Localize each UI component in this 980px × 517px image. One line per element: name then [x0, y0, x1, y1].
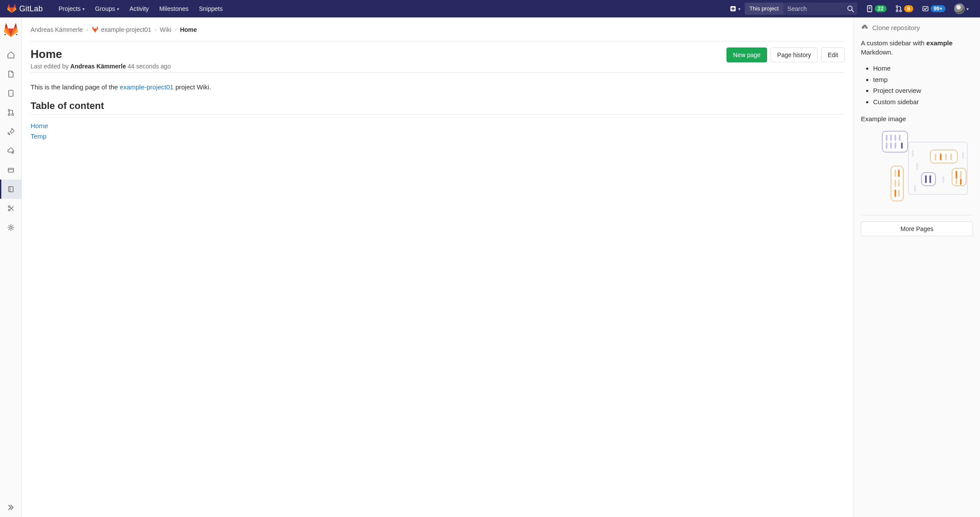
user-menu[interactable]: ▾ — [950, 0, 973, 17]
sidebar-desc-bold: example — [926, 39, 953, 47]
issues-badge: 22 — [875, 5, 887, 12]
sidebar-link-custom-sidebar[interactable]: Custom sidebar — [873, 96, 973, 108]
nav-projects[interactable]: Projects▾ — [53, 0, 90, 17]
svg-rect-30 — [952, 168, 966, 186]
sidebar-link-project-overview[interactable]: Project overview — [873, 85, 973, 96]
sidebar-item-merge-requests[interactable] — [0, 103, 22, 122]
sidebar-item-operations[interactable] — [0, 141, 22, 160]
new-dropdown[interactable]: ▾ — [725, 0, 745, 17]
search-input[interactable] — [783, 3, 857, 15]
svg-rect-19 — [8, 168, 14, 172]
sidebar-collapse[interactable] — [0, 498, 22, 517]
gitlab-logo-icon — [3, 23, 18, 38]
example-image — [861, 127, 973, 209]
intro-project-link[interactable]: example-project01 — [120, 83, 173, 91]
issues-icon — [866, 5, 873, 12]
issues-counter[interactable]: 22 — [862, 0, 891, 17]
sidebar-item-settings[interactable] — [0, 218, 22, 237]
project-sidebar — [0, 17, 22, 517]
project-avatar[interactable] — [2, 22, 20, 39]
breadcrumb-section[interactable]: Wiki — [160, 26, 171, 33]
main-content: Andreas Kämmerle › example-project01 › W… — [22, 17, 853, 517]
page-title: Home — [31, 48, 726, 61]
project-avatar-small — [92, 26, 99, 33]
clone-repository-link[interactable]: Clone repository — [861, 24, 973, 31]
intro-prefix: This is the landing page of the — [31, 83, 120, 91]
svg-point-6 — [896, 6, 898, 7]
sidebar-item-repository[interactable] — [0, 65, 22, 84]
todo-icon — [922, 5, 929, 12]
sidebar-item-wiki[interactable] — [0, 180, 22, 199]
chevron-right-icon: › — [86, 27, 88, 32]
svg-point-24 — [10, 227, 12, 229]
chevron-down-icon: ▾ — [738, 7, 740, 11]
chevron-down-icon: ▾ — [82, 7, 85, 11]
brand[interactable]: GitLab — [7, 4, 43, 14]
sidebar-item-cicd[interactable] — [0, 122, 22, 141]
page-subtitle: Last edited by Andreas Kämmerle 44 secon… — [31, 63, 726, 70]
nav-snippets-label: Snippets — [199, 5, 223, 12]
breadcrumb-project[interactable]: example-project01 — [101, 26, 151, 33]
book-icon — [7, 185, 15, 193]
illustration-icon — [865, 129, 970, 203]
chevron-right-icon: › — [175, 27, 177, 32]
toc-list: Home Temp — [31, 121, 845, 142]
todos-counter[interactable]: 99+ — [918, 0, 950, 17]
divider — [861, 215, 973, 215]
sidebar-links: Home temp Project overview Custom sideba… — [861, 63, 973, 107]
svg-point-13 — [16, 34, 17, 35]
sidebar-item-issues[interactable] — [0, 84, 22, 103]
toc-link-temp[interactable]: Temp — [31, 133, 47, 140]
merge-request-icon — [7, 109, 15, 116]
nav-groups[interactable]: Groups▾ — [90, 0, 124, 17]
cloud-gear-icon — [7, 147, 15, 155]
todo-badge: 99+ — [931, 5, 946, 12]
user-avatar-icon — [954, 3, 965, 14]
toc-link-home[interactable]: Home — [31, 122, 48, 129]
sidebar-item-snippets[interactable] — [0, 199, 22, 218]
more-pages-button[interactable]: More Pages — [861, 221, 973, 236]
gear-icon — [7, 224, 15, 231]
nav-snippets[interactable]: Snippets — [194, 0, 228, 17]
nav-activity[interactable]: Activity — [124, 0, 154, 17]
top-nav: GitLab Projects▾ Groups▾ Activity Milest… — [0, 0, 980, 17]
nav-projects-label: Projects — [58, 5, 81, 12]
svg-rect-28 — [891, 166, 903, 201]
chevron-down-icon: ▾ — [966, 7, 969, 11]
sidebar-link-temp[interactable]: temp — [873, 74, 973, 85]
svg-point-7 — [896, 10, 898, 12]
example-image-label: Example image — [861, 115, 973, 122]
sidebar-item-home[interactable] — [0, 45, 22, 65]
last-edited-ago: 44 seconds ago — [126, 63, 171, 70]
gitlab-logo-icon — [7, 4, 17, 14]
merge-requests-counter[interactable]: 8 — [891, 0, 918, 17]
svg-point-12 — [4, 34, 6, 35]
sidebar-desc-suffix: Markdown. — [861, 48, 893, 56]
file-icon — [7, 70, 15, 78]
nav-milestones[interactable]: Milestones — [154, 0, 194, 17]
sidebar-link-home[interactable]: Home — [873, 63, 973, 74]
new-page-button[interactable]: New page — [726, 48, 767, 62]
sidebar-description: A custom sidebar with example Markdown. — [861, 38, 973, 57]
page-actions: New page Page history Edit — [726, 48, 845, 62]
breadcrumb-page: Home — [180, 26, 197, 33]
plus-icon — [730, 5, 737, 12]
chevron-down-icon: ▾ — [117, 7, 119, 11]
breadcrumb-owner[interactable]: Andreas Kämmerle — [31, 26, 83, 33]
svg-point-18 — [12, 152, 14, 153]
svg-point-8 — [900, 10, 901, 12]
breadcrumb: Andreas Kämmerle › example-project01 › W… — [31, 24, 845, 41]
nav-groups-label: Groups — [95, 5, 115, 12]
clone-label: Clone repository — [872, 24, 920, 31]
cloud-download-icon — [861, 24, 869, 31]
svg-point-17 — [12, 114, 14, 116]
page-history-button[interactable]: Page history — [771, 48, 818, 62]
edit-button[interactable]: Edit — [821, 48, 845, 62]
svg-point-22 — [8, 206, 10, 207]
sidebar-item-registry[interactable] — [0, 160, 22, 180]
svg-rect-29 — [922, 173, 935, 186]
svg-rect-27 — [930, 150, 957, 163]
brand-text: GitLab — [19, 4, 43, 14]
last-edited-by: Andreas Kämmerle — [70, 63, 126, 70]
search-scope[interactable]: This project — [745, 3, 783, 15]
